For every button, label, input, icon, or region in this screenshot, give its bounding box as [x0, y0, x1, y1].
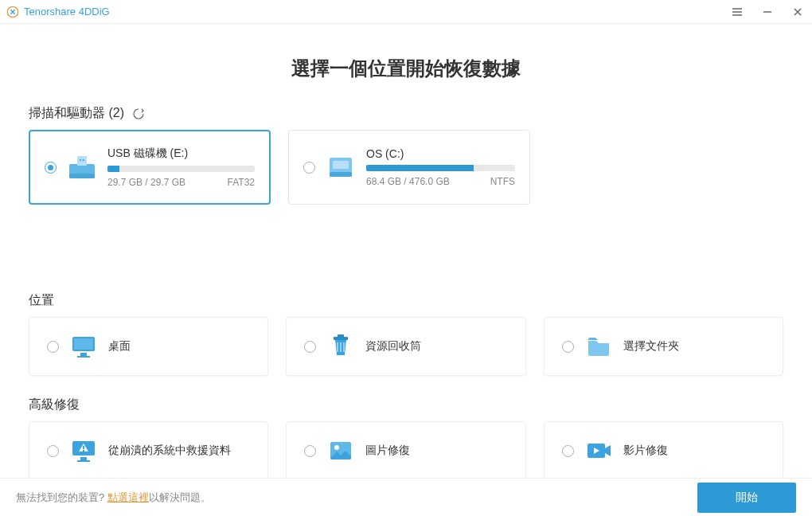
locations-section: 位置 桌面 資源回收筒 選擇文件夾 — [29, 292, 783, 376]
desktop-icon — [70, 333, 97, 360]
svg-rect-19 — [83, 450, 84, 452]
svg-rect-10 — [74, 338, 93, 350]
radio[interactable] — [304, 341, 316, 353]
drive-fs: FAT32 — [228, 177, 255, 188]
advanced-label: 從崩潰的系統中救援資料 — [108, 444, 231, 458]
advanced-label: 影片修復 — [623, 444, 668, 458]
photo-icon — [327, 437, 354, 464]
drives-row: USB 磁碟機 (E:) 29.7 GB / 29.7 GB FAT32 OS … — [29, 130, 783, 205]
page-title: 選擇一個位置開始恢復數據 — [29, 56, 783, 81]
drive-bottom-row: 29.7 GB / 29.7 GB FAT32 — [107, 177, 255, 188]
drive-name: OS (C:) — [366, 147, 515, 160]
app-title: Tenorshare 4DDiG — [24, 6, 110, 18]
drive-progress — [107, 166, 255, 172]
video-icon — [585, 437, 612, 464]
footer: 無法找到您的裝置? 點選這裡以解決問題。 開始 — [0, 478, 812, 516]
main-content: 選擇一個位置開始恢復數據 掃描和驅動器 (2) USB 磁碟機 (E:) 29.… — [0, 56, 812, 480]
location-label: 桌面 — [108, 339, 131, 354]
internal-drive-icon — [325, 151, 357, 183]
drive-progress-fill — [107, 166, 119, 172]
advanced-section: 高級修復 從崩潰的系統中救援資料 圖片修復 影片修復 — [29, 397, 783, 480]
advanced-photo-repair[interactable]: 圖片修復 — [286, 421, 525, 480]
advanced-label: 圖片修復 — [365, 444, 410, 458]
svg-rect-3 — [77, 156, 87, 166]
svg-rect-11 — [80, 353, 87, 356]
refresh-icon[interactable] — [132, 108, 145, 120]
location-desktop[interactable]: 桌面 — [29, 317, 268, 376]
drive-bottom-row: 68.4 GB / 476.0 GB NTFS — [366, 176, 515, 187]
usb-drive-icon — [66, 151, 98, 183]
advanced-crashed-system[interactable]: 從崩潰的系統中救援資料 — [29, 421, 268, 480]
drive-progress-fill — [366, 165, 474, 171]
drive-name: USB 磁碟機 (E:) — [107, 147, 255, 161]
drives-section-header: 掃描和驅動器 (2) — [29, 105, 783, 122]
advanced-row: 從崩潰的系統中救援資料 圖片修復 影片修復 — [29, 421, 783, 480]
footer-prefix: 無法找到您的裝置? — [16, 491, 107, 503]
titlebar-controls — [729, 4, 806, 20]
drive-card-usb[interactable]: USB 磁碟機 (E:) 29.7 GB / 29.7 GB FAT32 — [29, 130, 271, 205]
svg-rect-16 — [80, 457, 87, 460]
radio-selected[interactable] — [45, 162, 57, 174]
recycle-bin-icon — [327, 333, 354, 360]
drive-fs: NTFS — [490, 176, 515, 187]
advanced-title: 高級修復 — [29, 397, 80, 413]
drive-progress — [366, 165, 515, 171]
location-recycle-bin[interactable]: 資源回收筒 — [286, 317, 525, 376]
svg-rect-2 — [69, 174, 95, 178]
drives-section-title: 掃描和驅動器 (2) — [29, 105, 124, 122]
start-button[interactable]: 開始 — [697, 483, 796, 513]
svg-point-5 — [83, 159, 85, 162]
drive-info: OS (C:) 68.4 GB / 476.0 GB NTFS — [366, 147, 515, 187]
advanced-video-repair[interactable]: 影片修復 — [544, 421, 783, 480]
svg-rect-17 — [77, 460, 90, 462]
svg-rect-12 — [77, 356, 90, 358]
close-button[interactable] — [790, 4, 806, 20]
footer-help-text: 無法找到您的裝置? 點選這裡以解決問題。 — [16, 491, 211, 505]
svg-rect-18 — [83, 446, 84, 449]
svg-rect-8 — [333, 161, 349, 169]
location-label: 資源回收筒 — [365, 339, 421, 354]
minimize-button[interactable] — [759, 4, 775, 20]
radio[interactable] — [562, 341, 574, 353]
locations-title: 位置 — [29, 292, 54, 309]
radio[interactable] — [47, 445, 59, 457]
svg-point-21 — [334, 445, 339, 450]
footer-suffix: 以解決問題。 — [149, 491, 211, 503]
radio[interactable] — [304, 445, 316, 457]
crashed-system-icon — [70, 437, 97, 464]
svg-point-4 — [80, 159, 82, 162]
drive-info: USB 磁碟機 (E:) 29.7 GB / 29.7 GB FAT32 — [107, 147, 255, 188]
folder-icon — [585, 333, 612, 360]
svg-rect-7 — [330, 172, 352, 177]
drive-usage: 29.7 GB / 29.7 GB — [107, 177, 185, 188]
radio[interactable] — [562, 445, 574, 457]
radio-unselected[interactable] — [303, 162, 315, 174]
drive-usage: 68.4 GB / 476.0 GB — [366, 176, 450, 187]
app-logo-icon — [6, 6, 19, 18]
svg-rect-14 — [338, 334, 344, 338]
radio[interactable] — [47, 341, 59, 353]
location-select-folder[interactable]: 選擇文件夾 — [544, 317, 783, 376]
location-label: 選擇文件夾 — [623, 339, 679, 354]
footer-link[interactable]: 點選這裡 — [107, 491, 149, 503]
locations-row: 桌面 資源回收筒 選擇文件夾 — [29, 317, 783, 376]
menu-icon[interactable] — [729, 4, 745, 20]
titlebar-left: Tenorshare 4DDiG — [6, 6, 110, 18]
drive-card-os[interactable]: OS (C:) 68.4 GB / 476.0 GB NTFS — [288, 130, 530, 205]
titlebar: Tenorshare 4DDiG — [0, 0, 812, 24]
